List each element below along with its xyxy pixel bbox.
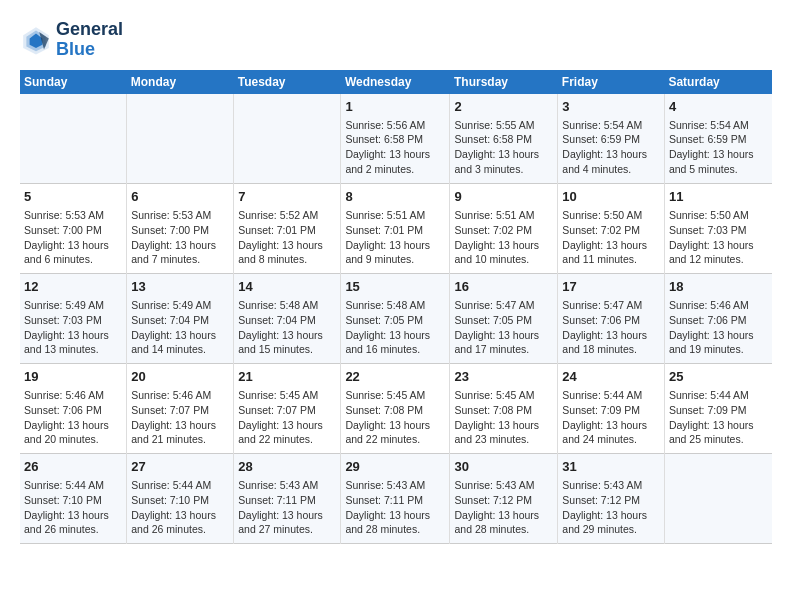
calendar-cell: 30Sunrise: 5:43 AM Sunset: 7:12 PM Dayli… <box>450 454 558 544</box>
calendar-cell: 15Sunrise: 5:48 AM Sunset: 7:05 PM Dayli… <box>341 274 450 364</box>
calendar-week-row: 19Sunrise: 5:46 AM Sunset: 7:06 PM Dayli… <box>20 364 772 454</box>
day-info: Sunrise: 5:43 AM Sunset: 7:11 PM Dayligh… <box>238 478 336 537</box>
day-info: Sunrise: 5:56 AM Sunset: 6:58 PM Dayligh… <box>345 118 445 177</box>
day-info: Sunrise: 5:52 AM Sunset: 7:01 PM Dayligh… <box>238 208 336 267</box>
day-number: 16 <box>454 278 553 296</box>
day-number: 27 <box>131 458 229 476</box>
calendar-cell: 6Sunrise: 5:53 AM Sunset: 7:00 PM Daylig… <box>127 184 234 274</box>
calendar-cell: 19Sunrise: 5:46 AM Sunset: 7:06 PM Dayli… <box>20 364 127 454</box>
day-number: 14 <box>238 278 336 296</box>
calendar-cell: 14Sunrise: 5:48 AM Sunset: 7:04 PM Dayli… <box>234 274 341 364</box>
day-number: 28 <box>238 458 336 476</box>
day-number: 15 <box>345 278 445 296</box>
day-number: 11 <box>669 188 768 206</box>
calendar-table: SundayMondayTuesdayWednesdayThursdayFrid… <box>20 70 772 545</box>
day-number: 22 <box>345 368 445 386</box>
day-number: 6 <box>131 188 229 206</box>
day-info: Sunrise: 5:47 AM Sunset: 7:05 PM Dayligh… <box>454 298 553 357</box>
day-number: 17 <box>562 278 660 296</box>
calendar-cell: 28Sunrise: 5:43 AM Sunset: 7:11 PM Dayli… <box>234 454 341 544</box>
logo-line2: Blue <box>56 40 123 60</box>
day-info: Sunrise: 5:55 AM Sunset: 6:58 PM Dayligh… <box>454 118 553 177</box>
day-info: Sunrise: 5:46 AM Sunset: 7:06 PM Dayligh… <box>24 388 122 447</box>
day-number: 30 <box>454 458 553 476</box>
day-number: 19 <box>24 368 122 386</box>
calendar-cell: 31Sunrise: 5:43 AM Sunset: 7:12 PM Dayli… <box>558 454 665 544</box>
calendar-cell: 25Sunrise: 5:44 AM Sunset: 7:09 PM Dayli… <box>664 364 772 454</box>
day-number: 8 <box>345 188 445 206</box>
day-number: 21 <box>238 368 336 386</box>
calendar-cell: 3Sunrise: 5:54 AM Sunset: 6:59 PM Daylig… <box>558 94 665 184</box>
calendar-week-row: 26Sunrise: 5:44 AM Sunset: 7:10 PM Dayli… <box>20 454 772 544</box>
calendar-cell: 7Sunrise: 5:52 AM Sunset: 7:01 PM Daylig… <box>234 184 341 274</box>
header-wednesday: Wednesday <box>341 70 450 94</box>
day-number: 23 <box>454 368 553 386</box>
calendar-cell: 5Sunrise: 5:53 AM Sunset: 7:00 PM Daylig… <box>20 184 127 274</box>
day-info: Sunrise: 5:44 AM Sunset: 7:09 PM Dayligh… <box>669 388 768 447</box>
header-monday: Monday <box>127 70 234 94</box>
day-number: 12 <box>24 278 122 296</box>
day-number: 10 <box>562 188 660 206</box>
day-number: 26 <box>24 458 122 476</box>
day-info: Sunrise: 5:46 AM Sunset: 7:06 PM Dayligh… <box>669 298 768 357</box>
day-number: 1 <box>345 98 445 116</box>
calendar-week-row: 1Sunrise: 5:56 AM Sunset: 6:58 PM Daylig… <box>20 94 772 184</box>
calendar-header-row: SundayMondayTuesdayWednesdayThursdayFrid… <box>20 70 772 94</box>
day-info: Sunrise: 5:54 AM Sunset: 6:59 PM Dayligh… <box>669 118 768 177</box>
day-number: 25 <box>669 368 768 386</box>
calendar-cell <box>20 94 127 184</box>
calendar-cell: 17Sunrise: 5:47 AM Sunset: 7:06 PM Dayli… <box>558 274 665 364</box>
calendar-cell: 21Sunrise: 5:45 AM Sunset: 7:07 PM Dayli… <box>234 364 341 454</box>
calendar-cell: 16Sunrise: 5:47 AM Sunset: 7:05 PM Dayli… <box>450 274 558 364</box>
day-info: Sunrise: 5:45 AM Sunset: 7:08 PM Dayligh… <box>345 388 445 447</box>
calendar-cell: 2Sunrise: 5:55 AM Sunset: 6:58 PM Daylig… <box>450 94 558 184</box>
calendar-week-row: 5Sunrise: 5:53 AM Sunset: 7:00 PM Daylig… <box>20 184 772 274</box>
logo-line1: General <box>56 20 123 40</box>
day-info: Sunrise: 5:50 AM Sunset: 7:02 PM Dayligh… <box>562 208 660 267</box>
calendar-cell <box>127 94 234 184</box>
day-number: 29 <box>345 458 445 476</box>
day-info: Sunrise: 5:46 AM Sunset: 7:07 PM Dayligh… <box>131 388 229 447</box>
day-info: Sunrise: 5:44 AM Sunset: 7:10 PM Dayligh… <box>131 478 229 537</box>
calendar-week-row: 12Sunrise: 5:49 AM Sunset: 7:03 PM Dayli… <box>20 274 772 364</box>
logo: General Blue <box>20 20 123 60</box>
calendar-cell: 10Sunrise: 5:50 AM Sunset: 7:02 PM Dayli… <box>558 184 665 274</box>
calendar-cell: 26Sunrise: 5:44 AM Sunset: 7:10 PM Dayli… <box>20 454 127 544</box>
day-info: Sunrise: 5:49 AM Sunset: 7:04 PM Dayligh… <box>131 298 229 357</box>
day-info: Sunrise: 5:48 AM Sunset: 7:04 PM Dayligh… <box>238 298 336 357</box>
calendar-cell: 4Sunrise: 5:54 AM Sunset: 6:59 PM Daylig… <box>664 94 772 184</box>
header-friday: Friday <box>558 70 665 94</box>
day-info: Sunrise: 5:51 AM Sunset: 7:01 PM Dayligh… <box>345 208 445 267</box>
logo-icon <box>20 24 52 56</box>
day-info: Sunrise: 5:53 AM Sunset: 7:00 PM Dayligh… <box>24 208 122 267</box>
day-info: Sunrise: 5:48 AM Sunset: 7:05 PM Dayligh… <box>345 298 445 357</box>
calendar-cell: 9Sunrise: 5:51 AM Sunset: 7:02 PM Daylig… <box>450 184 558 274</box>
calendar-cell: 20Sunrise: 5:46 AM Sunset: 7:07 PM Dayli… <box>127 364 234 454</box>
day-info: Sunrise: 5:47 AM Sunset: 7:06 PM Dayligh… <box>562 298 660 357</box>
day-info: Sunrise: 5:54 AM Sunset: 6:59 PM Dayligh… <box>562 118 660 177</box>
day-info: Sunrise: 5:50 AM Sunset: 7:03 PM Dayligh… <box>669 208 768 267</box>
calendar-cell: 23Sunrise: 5:45 AM Sunset: 7:08 PM Dayli… <box>450 364 558 454</box>
day-info: Sunrise: 5:51 AM Sunset: 7:02 PM Dayligh… <box>454 208 553 267</box>
header-thursday: Thursday <box>450 70 558 94</box>
day-info: Sunrise: 5:45 AM Sunset: 7:07 PM Dayligh… <box>238 388 336 447</box>
day-number: 18 <box>669 278 768 296</box>
day-number: 5 <box>24 188 122 206</box>
calendar-cell: 27Sunrise: 5:44 AM Sunset: 7:10 PM Dayli… <box>127 454 234 544</box>
day-number: 20 <box>131 368 229 386</box>
calendar-cell: 1Sunrise: 5:56 AM Sunset: 6:58 PM Daylig… <box>341 94 450 184</box>
day-info: Sunrise: 5:49 AM Sunset: 7:03 PM Dayligh… <box>24 298 122 357</box>
day-number: 13 <box>131 278 229 296</box>
header-sunday: Sunday <box>20 70 127 94</box>
calendar-cell <box>234 94 341 184</box>
header-tuesday: Tuesday <box>234 70 341 94</box>
calendar-cell: 18Sunrise: 5:46 AM Sunset: 7:06 PM Dayli… <box>664 274 772 364</box>
day-info: Sunrise: 5:44 AM Sunset: 7:09 PM Dayligh… <box>562 388 660 447</box>
day-number: 3 <box>562 98 660 116</box>
day-number: 9 <box>454 188 553 206</box>
calendar-cell: 22Sunrise: 5:45 AM Sunset: 7:08 PM Dayli… <box>341 364 450 454</box>
calendar-cell: 24Sunrise: 5:44 AM Sunset: 7:09 PM Dayli… <box>558 364 665 454</box>
day-info: Sunrise: 5:43 AM Sunset: 7:11 PM Dayligh… <box>345 478 445 537</box>
calendar-cell <box>664 454 772 544</box>
calendar-cell: 12Sunrise: 5:49 AM Sunset: 7:03 PM Dayli… <box>20 274 127 364</box>
